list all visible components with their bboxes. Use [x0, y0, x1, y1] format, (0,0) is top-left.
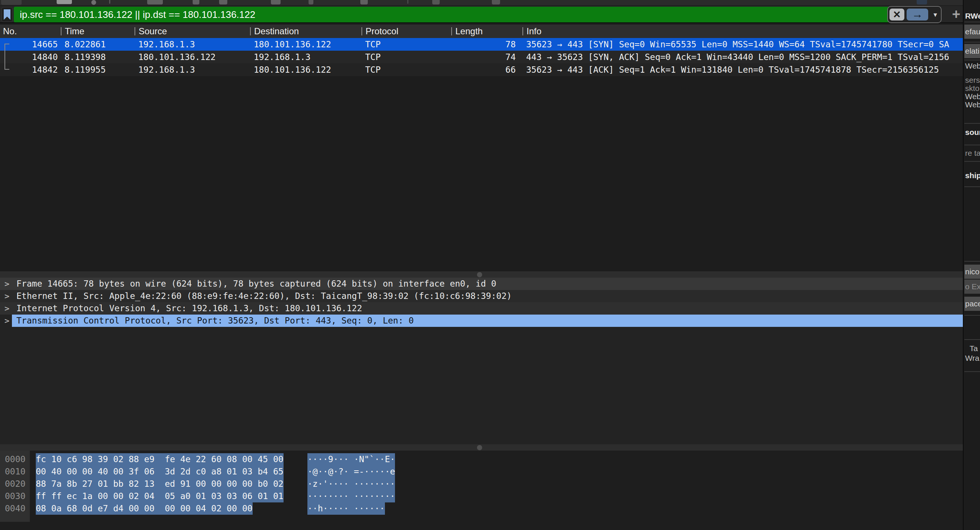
bg-text-fragment: re ta: [964, 148, 980, 158]
toolbar-remnant: [147, 0, 163, 5]
divider: [964, 261, 980, 262]
hex-row[interactable]: 0040 08 0a 68 0d e7 d4 00 00 00 00 04 02…: [0, 503, 963, 515]
detail-text: Ethernet II, Src: Apple_4e:22:60 (88:e9:…: [16, 290, 512, 302]
packet-source: 192.168.1.3: [135, 38, 250, 51]
bg-button-fragment: o Ex: [964, 280, 980, 294]
toolbar-remnant: [219, 0, 227, 5]
packet-source: 192.168.1.3: [135, 64, 250, 76]
packet-row-selected[interactable]: 14665 8.022861 192.168.1.3 180.101.136.1…: [0, 38, 963, 51]
toolbar-strip: [0, 0, 963, 6]
divider: [964, 186, 980, 187]
hex-offset: 0040: [5, 503, 25, 515]
toolbar-remnant: [492, 0, 500, 5]
packet-info: 443 → 35623 [SYN, ACK] Seq=0 Ack=1 Win=4…: [522, 51, 963, 64]
hex-dump-pane: 0000 fc 10 c6 98 39 02 88 e9 fe 4e 22 60…: [0, 450, 963, 530]
bg-button-fragment: efau: [964, 25, 980, 39]
bg-text-fragment: sour: [964, 127, 980, 137]
splitter-handle-icon: [477, 445, 482, 450]
bg-button-fragment: pace: [964, 297, 980, 311]
packet-time: 8.022861: [61, 38, 135, 51]
detail-row-frame[interactable]: > Frame 14665: 78 bytes on wire (624 bit…: [0, 278, 963, 290]
filter-history-dropdown[interactable]: ▾: [930, 9, 941, 21]
toolbar-remnant: [407, 0, 408, 4]
display-filter-input[interactable]: ip.src == 180.101.136.122 || ip.dst == 1…: [14, 7, 888, 22]
display-filter-bar: ip.src == 180.101.136.122 || ip.dst == 1…: [0, 6, 963, 23]
conversation-bracket: [5, 44, 9, 70]
pane-splitter[interactable]: [0, 444, 963, 450]
packet-length: 74: [451, 51, 522, 64]
packet-protocol: TCP: [361, 64, 451, 76]
hex-row[interactable]: 0020 88 7a 8b 27 01 bb 82 13 ed 91 00 00…: [0, 478, 963, 490]
column-header-destination[interactable]: Destination: [250, 25, 361, 38]
splitter-handle-icon: [477, 272, 482, 277]
pane-splitter[interactable]: [0, 271, 963, 278]
toolbar-remnant: [271, 0, 281, 5]
expand-chevron-icon[interactable]: >: [5, 290, 9, 302]
clear-filter-button[interactable]: ✕: [889, 9, 904, 21]
detail-text: Transmission Control Protocol, Src Port:…: [16, 315, 414, 327]
background-window-sliver: RWe efau elati Web sers skto Web Web sou…: [964, 0, 980, 530]
wireshark-window: ip.src == 180.101.136.122 || ip.dst == 1…: [0, 0, 964, 530]
detail-text: Frame 14665: 78 bytes on wire (624 bits)…: [16, 278, 496, 290]
hex-offset: 0010: [5, 466, 25, 478]
hex-ascii[interactable]: ·z·'···· ········: [307, 478, 395, 490]
filter-bookmark-button[interactable]: [2, 7, 13, 22]
column-header-no[interactable]: No.: [0, 25, 61, 38]
add-filter-button[interactable]: +: [950, 8, 963, 22]
packet-row[interactable]: 14840 8.119398 180.101.136.122 192.168.1…: [0, 51, 963, 64]
hex-row[interactable]: 0000 fc 10 c6 98 39 02 88 e9 fe 4e 22 60…: [0, 453, 963, 466]
packet-destination: 180.101.136.122: [250, 64, 361, 76]
toolbar-remnant: [360, 0, 368, 5]
detail-row-ethernet[interactable]: > Ethernet II, Src: Apple_4e:22:60 (88:e…: [0, 290, 963, 302]
bg-text-fragment: Ta: [964, 344, 978, 353]
hex-ascii[interactable]: ·@··@·?· =-·····e: [307, 466, 395, 478]
toolbar-remnant: [916, 0, 927, 5]
expand-chevron-icon[interactable]: >: [5, 315, 9, 327]
detail-row-tcp-selected[interactable]: > Transmission Control Protocol, Src Por…: [0, 315, 963, 327]
divider: [964, 22, 980, 22]
packet-info: 35623 → 443 [ACK] Seq=1 Ack=1 Win=131840…: [522, 64, 963, 76]
divider: [964, 123, 980, 124]
packet-protocol: TCP: [361, 38, 451, 51]
filter-button-group: ✕ → ▾: [887, 6, 942, 23]
divider: [964, 60, 980, 60]
packet-list-pane: No. Time Source Destination Protocol Len…: [0, 25, 963, 271]
hex-bytes[interactable]: ff ff ec 1a 00 00 02 04 05 a0 01 03 03 0…: [36, 490, 283, 503]
toolbar-remnant: [432, 0, 440, 5]
column-header-source[interactable]: Source: [135, 25, 250, 38]
divider: [964, 315, 980, 316]
hex-ascii[interactable]: ········ ········: [307, 490, 395, 503]
toolbar-remnant: [1, 0, 22, 5]
bg-text-fragment: Wra: [964, 353, 979, 363]
hex-ascii[interactable]: ····9··· ·N"`··E·: [307, 453, 395, 466]
hex-row[interactable]: 0030 ff ff ec 1a 00 00 02 04 05 a0 01 03…: [0, 490, 963, 503]
apply-filter-button[interactable]: →: [907, 9, 928, 21]
hex-bytes[interactable]: 88 7a 8b 27 01 bb 82 13 ed 91 00 00 00 0…: [36, 478, 283, 490]
packet-destination: 192.168.1.3: [250, 51, 361, 64]
packet-time: 8.119398: [61, 51, 135, 64]
expand-chevron-icon[interactable]: >: [5, 278, 9, 290]
column-header-length[interactable]: Length: [451, 25, 522, 38]
packet-list-header: No. Time Source Destination Protocol Len…: [0, 25, 963, 38]
divider: [964, 339, 980, 340]
hex-offset: 0000: [5, 453, 25, 466]
packet-length: 78: [451, 38, 522, 51]
column-header-protocol[interactable]: Protocol: [361, 25, 451, 38]
packet-row[interactable]: 14842 8.119955 192.168.1.3 180.101.136.1…: [0, 64, 963, 76]
hex-bytes[interactable]: 08 0a 68 0d e7 d4 00 00 00 00 04 02 00 0…: [36, 503, 253, 515]
detail-row-ip[interactable]: > Internet Protocol Version 4, Src: 192.…: [0, 302, 963, 315]
hex-bytes[interactable]: fc 10 c6 98 39 02 88 e9 fe 4e 22 60 08 0…: [36, 453, 283, 466]
bg-text-fragment: Web: [964, 100, 980, 110]
toolbar-remnant: [57, 0, 72, 4]
divider: [964, 371, 980, 372]
toolbar-remnant: [192, 0, 199, 5]
packet-destination: 180.101.136.122: [250, 38, 361, 51]
hex-bytes[interactable]: 00 40 00 00 40 00 3f 06 3d 2d c0 a8 01 0…: [36, 466, 283, 478]
hex-row[interactable]: 0010 00 40 00 00 40 00 3f 06 3d 2d c0 a8…: [0, 466, 963, 478]
packet-protocol: TCP: [361, 51, 451, 64]
expand-chevron-icon[interactable]: >: [5, 302, 9, 315]
column-header-info[interactable]: Info: [522, 25, 963, 38]
hex-ascii[interactable]: ··h····· ······: [307, 503, 385, 515]
column-header-time[interactable]: Time: [61, 25, 135, 38]
bg-text-fragment: Web: [964, 61, 980, 71]
